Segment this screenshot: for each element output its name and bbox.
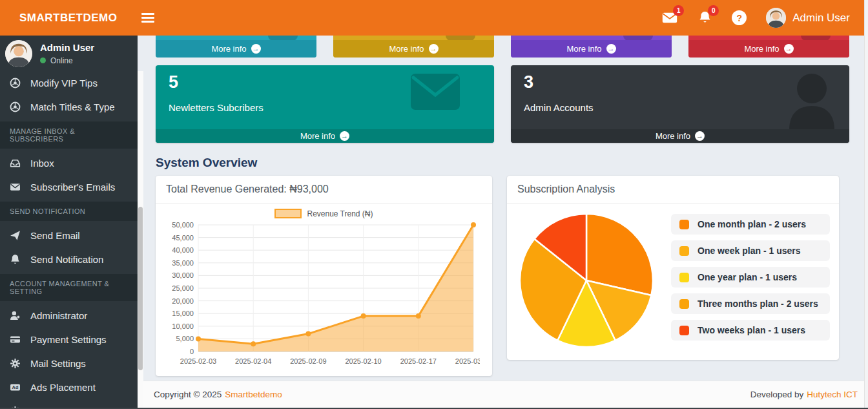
brand-logo[interactable]: SMARTBETDEMO: [0, 12, 132, 25]
more-info-label: More info: [211, 44, 246, 54]
svg-text:2025-03-04: 2025-03-04: [455, 357, 480, 365]
futbol-icon: [10, 101, 22, 112]
more-info-label: More info: [389, 44, 424, 54]
legend-item-one-year-plan-1-users: One year plan - 1 users: [671, 267, 830, 288]
more-info-label: More info: [656, 131, 690, 141]
notifications-button[interactable]: 0: [697, 10, 712, 26]
revenue-panel-body: Revenue Trend (₦) 05,00010,00015,00020,0…: [156, 204, 492, 376]
envelope-icon: [10, 182, 22, 193]
avatar: [5, 40, 32, 67]
legend-item-one-week-plan-1-users: One week plan - 1 users: [671, 240, 830, 261]
online-status-dot: [40, 58, 46, 63]
info-box-gold: More info→: [333, 36, 494, 58]
legend-item-label: Two weeks plan - 1 users: [698, 325, 805, 335]
developer-link[interactable]: Hutytech ICT: [807, 390, 858, 399]
subscription-panel-body: One month plan - 2 usersOne week plan - …: [507, 204, 839, 360]
legend-color-swatch: [679, 246, 689, 256]
sidebar-item-payment-settings[interactable]: Payment Settings: [0, 328, 138, 351]
notifications-badge: 0: [708, 5, 719, 16]
sidebar-item-label: Administrator: [30, 310, 87, 321]
more-info-link[interactable]: More info→: [333, 40, 494, 58]
sidebar-user-name: Admin User: [40, 42, 94, 53]
sidebar-user-panel: Admin User Online: [0, 36, 138, 71]
svg-text:2025-02-17: 2025-02-17: [400, 357, 437, 365]
legend-color-swatch: [679, 220, 689, 229]
user-icon: [786, 72, 838, 132]
help-icon[interactable]: ?: [732, 10, 747, 25]
sidebar-section-header-manage-inbox-subscribers: MANAGE INBOX & SUBSCRIBERS: [0, 121, 138, 149]
legend-label: Revenue Trend (₦): [307, 209, 373, 218]
subscription-panel: Subscription Analysis One month plan - 2…: [507, 176, 839, 360]
svg-text:15,000: 15,000: [172, 309, 194, 317]
avatar: [766, 8, 786, 28]
arrow-circle-right-icon: →: [251, 44, 261, 54]
arrow-circle-right-icon: →: [695, 131, 705, 141]
brand-footer-link[interactable]: Smartbetdemo: [225, 390, 282, 399]
copyright-text: Copyright © 2025: [154, 390, 222, 399]
more-info-link[interactable]: More info→: [156, 129, 494, 143]
sidebar-item-mail-settings[interactable]: Mail Settings: [0, 351, 138, 375]
bell-icon: [10, 254, 22, 265]
sidebar-item-send-email[interactable]: Send Email: [0, 224, 138, 247]
svg-text:2025-02-10: 2025-02-10: [345, 357, 381, 365]
svg-text:35,000: 35,000: [172, 259, 194, 267]
more-info-link[interactable]: More info→: [156, 40, 316, 58]
sidebar-item-label: Modify VIP Tips: [30, 78, 98, 89]
info-box-purple: More info→: [511, 36, 672, 58]
more-info-link[interactable]: More info→: [688, 40, 849, 58]
pie-legend: One month plan - 2 usersOne week plan - …: [671, 214, 830, 351]
info-box-red: More info→: [688, 36, 849, 58]
svg-text:30,000: 30,000: [172, 271, 194, 279]
legend-color-swatch: [679, 299, 689, 309]
chart-legend: Revenue Trend (₦): [163, 209, 484, 218]
svg-text:20,000: 20,000: [172, 297, 194, 305]
user-menu-label: Admin User: [792, 12, 850, 25]
info-box-admin-accounts: 3Admin AccountsMore info→: [511, 65, 849, 143]
revenue-panel: Total Revenue Generated: ₦93,000 Revenue…: [156, 176, 492, 376]
navbar-right: 1 0 ? Admin User: [662, 8, 868, 28]
user-menu[interactable]: Admin User: [766, 8, 850, 28]
svg-text:45,000: 45,000: [172, 234, 194, 242]
sidebar-item-administrator[interactable]: Administrator: [0, 304, 138, 328]
sidebar-item-match-titles-type[interactable]: Match Titles & Type: [0, 95, 138, 119]
info-box-teal: More info→: [156, 36, 316, 58]
mini-box-row: More info→More info→More info→More info→: [156, 36, 849, 58]
more-info-link[interactable]: More info→: [511, 129, 849, 143]
legend-swatch: [274, 209, 302, 218]
developed-by-text: Developed by: [750, 390, 804, 399]
legend-item-label: One week plan - 1 users: [698, 246, 801, 256]
sidebar-scrollbar-thumb[interactable]: [138, 207, 143, 370]
sidebar-item-subscriber-s-emails[interactable]: Subscriber's Emails: [0, 175, 138, 199]
hamburger-menu-icon[interactable]: [141, 13, 154, 23]
arrow-circle-right-icon: →: [606, 44, 616, 54]
sidebar-item-ads-placement[interactable]: AdAds Placement: [0, 375, 138, 399]
subscription-panel-title: Subscription Analysis: [507, 176, 839, 204]
sidebar-scrollbar-track[interactable]: [138, 71, 143, 409]
page-title: System Overview: [156, 156, 868, 170]
ad-icon: Ad: [10, 382, 22, 393]
revenue-chart: 05,00010,00015,00020,00025,00030,00035,0…: [163, 220, 480, 368]
legend-item-label: One month plan - 2 users: [698, 219, 806, 229]
credit-card-icon: [10, 334, 22, 345]
arrow-circle-right-icon: →: [340, 131, 349, 141]
svg-text:25,000: 25,000: [172, 284, 194, 292]
legend-item-three-months-plan-2-users: Three months plan - 2 users: [671, 293, 830, 314]
arrow-circle-right-icon: →: [784, 44, 794, 54]
sidebar-item-send-notification[interactable]: Send Notification: [0, 247, 138, 271]
legend-color-swatch: [679, 326, 689, 335]
page-scrollbar[interactable]: [864, 0, 868, 408]
sidebar-item-modify-vip-tips[interactable]: Modify VIP Tips: [0, 71, 138, 95]
user-gear-icon: [10, 310, 22, 321]
sidebar-section-header-account-management-setting: ACCOUNT MANAGEMENT & SETTING: [0, 274, 138, 301]
sidebar-item-inbox[interactable]: Inbox: [0, 151, 138, 175]
legend-item-label: Three months plan - 2 users: [698, 299, 818, 309]
sidebar-menu: Modify VIP TipsMatch Titles & TypeMANAGE…: [0, 71, 138, 409]
messages-button[interactable]: 1: [662, 10, 677, 26]
panels-row: Total Revenue Generated: ₦93,000 Revenue…: [156, 176, 868, 376]
svg-text:Ad: Ad: [12, 384, 19, 390]
sidebar-item-label: Send Notification: [30, 254, 103, 265]
more-info-link[interactable]: More info→: [511, 40, 672, 58]
svg-text:0: 0: [190, 348, 194, 355]
more-info-label: More info: [300, 131, 335, 141]
dashboard-screen: SMARTBETDEMO 1 0 ? Admin User: [0, 0, 868, 409]
